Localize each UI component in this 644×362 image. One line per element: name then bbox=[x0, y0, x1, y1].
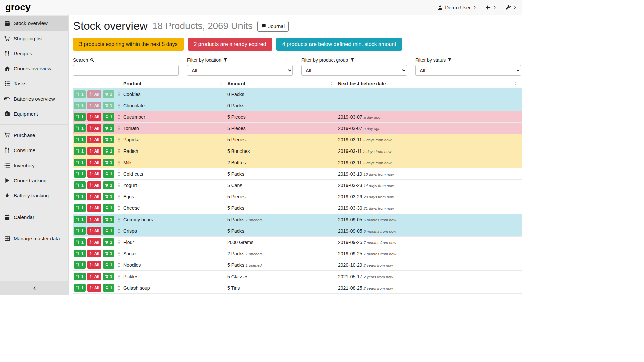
sidebar-item[interactable]: Tasks bbox=[0, 76, 68, 91]
consume-all-button[interactable]: All bbox=[87, 250, 101, 257]
consume-one-button[interactable]: 1 bbox=[74, 204, 86, 212]
column-header-best-before[interactable]: Next best before date bbox=[338, 79, 522, 88]
consume-one-button[interactable]: 1 bbox=[74, 124, 86, 132]
consume-one-button[interactable]: 1 bbox=[74, 193, 86, 200]
settings-menu[interactable] bbox=[486, 5, 496, 10]
status-banner[interactable]: 3 products expiring within the next 5 da… bbox=[73, 38, 184, 51]
sidebar-item[interactable]: Purchase bbox=[0, 128, 68, 143]
consume-one-button[interactable]: 1 bbox=[74, 238, 86, 246]
row-menu-button[interactable] bbox=[116, 113, 122, 121]
open-one-button[interactable]: 1 bbox=[103, 227, 114, 235]
open-one-button[interactable]: 1 bbox=[103, 261, 114, 269]
sidebar-item[interactable]: Consume bbox=[0, 143, 68, 158]
consume-all-button[interactable]: All bbox=[87, 273, 101, 280]
sidebar-item[interactable]: Recipes bbox=[0, 46, 68, 61]
consume-all-button[interactable]: All bbox=[87, 204, 101, 212]
consume-all-button[interactable]: All bbox=[87, 170, 101, 178]
open-one-button[interactable]: 1 bbox=[103, 193, 114, 200]
row-menu-button[interactable] bbox=[116, 193, 122, 200]
row-menu-button[interactable] bbox=[116, 159, 122, 166]
row-menu-button[interactable] bbox=[116, 227, 122, 235]
consume-all-button[interactable]: All bbox=[87, 136, 101, 143]
sidebar-item[interactable]: Calendar bbox=[0, 209, 68, 225]
consume-one-button[interactable]: 1 bbox=[74, 136, 86, 143]
open-one-button[interactable]: 1 bbox=[103, 159, 114, 166]
sidebar-item[interactable]: Chore tracking bbox=[0, 173, 68, 188]
consume-one-button[interactable]: 1 bbox=[74, 216, 86, 223]
open-one-button[interactable]: 1 bbox=[103, 204, 114, 212]
open-one-button[interactable]: 1 bbox=[103, 90, 114, 98]
consume-one-button[interactable]: 1 bbox=[74, 102, 86, 109]
open-one-button[interactable]: 1 bbox=[103, 284, 114, 292]
consume-all-button[interactable]: All bbox=[87, 261, 101, 269]
row-menu-button[interactable] bbox=[116, 102, 122, 109]
location-filter-select[interactable]: All bbox=[187, 65, 293, 76]
open-one-button[interactable]: 1 bbox=[103, 273, 114, 280]
sidebar-item[interactable]: Battery tracking bbox=[0, 188, 68, 203]
open-one-button[interactable]: 1 bbox=[103, 181, 114, 189]
row-menu-button[interactable] bbox=[116, 261, 122, 269]
product-group-filter-select[interactable]: All bbox=[301, 65, 407, 76]
column-header-product[interactable]: Product bbox=[123, 79, 227, 88]
row-menu-button[interactable] bbox=[116, 204, 122, 212]
consume-one-button[interactable]: 1 bbox=[74, 159, 86, 166]
row-menu-button[interactable] bbox=[116, 136, 122, 143]
consume-all-button[interactable]: All bbox=[87, 238, 101, 246]
consume-one-button[interactable]: 1 bbox=[74, 170, 86, 178]
open-one-button[interactable]: 1 bbox=[103, 250, 114, 257]
row-menu-button[interactable] bbox=[116, 216, 122, 223]
consume-all-button[interactable]: All bbox=[87, 113, 101, 121]
open-one-button[interactable]: 1 bbox=[103, 124, 114, 132]
admin-menu[interactable] bbox=[506, 5, 517, 10]
consume-one-button[interactable]: 1 bbox=[74, 250, 86, 257]
consume-all-button[interactable]: All bbox=[87, 216, 101, 223]
consume-all-button[interactable]: All bbox=[87, 147, 101, 155]
open-one-button[interactable]: 1 bbox=[103, 238, 114, 246]
open-one-button[interactable]: 1 bbox=[103, 113, 114, 121]
row-menu-button[interactable] bbox=[116, 147, 122, 155]
consume-all-button[interactable]: All bbox=[87, 124, 101, 132]
sidebar-item[interactable]: Chores overview bbox=[0, 61, 68, 76]
consume-all-button[interactable]: All bbox=[87, 90, 101, 98]
row-menu-button[interactable] bbox=[116, 273, 122, 280]
consume-one-button[interactable]: 1 bbox=[74, 273, 86, 280]
consume-all-button[interactable]: All bbox=[87, 102, 101, 109]
row-menu-button[interactable] bbox=[116, 238, 122, 246]
row-menu-button[interactable] bbox=[116, 170, 122, 178]
consume-one-button[interactable]: 1 bbox=[74, 147, 86, 155]
app-logo[interactable]: grocy bbox=[5, 2, 31, 13]
consume-one-button[interactable]: 1 bbox=[74, 261, 86, 269]
open-one-button[interactable]: 1 bbox=[103, 147, 114, 155]
open-one-button[interactable]: 1 bbox=[103, 136, 114, 143]
row-menu-button[interactable] bbox=[116, 284, 122, 292]
sidebar-item[interactable]: Inventory bbox=[0, 158, 68, 173]
consume-one-button[interactable]: 1 bbox=[74, 284, 86, 292]
sidebar-collapse-button[interactable] bbox=[0, 281, 68, 295]
open-one-button[interactable]: 1 bbox=[103, 102, 114, 109]
search-input[interactable] bbox=[73, 65, 179, 76]
row-menu-button[interactable] bbox=[116, 181, 122, 189]
consume-one-button[interactable]: 1 bbox=[74, 113, 86, 121]
status-filter-select[interactable]: All bbox=[415, 65, 521, 76]
consume-all-button[interactable]: All bbox=[87, 181, 101, 189]
sidebar-item[interactable]: Manage master data bbox=[0, 231, 68, 246]
sidebar-item[interactable]: Equipment bbox=[0, 106, 68, 121]
open-one-button[interactable]: 1 bbox=[103, 216, 114, 223]
journal-button[interactable]: Journal bbox=[257, 21, 289, 32]
consume-one-button[interactable]: 1 bbox=[74, 90, 86, 98]
consume-all-button[interactable]: All bbox=[87, 227, 101, 235]
status-banner[interactable]: 2 products are already expired bbox=[188, 38, 272, 51]
row-menu-button[interactable] bbox=[116, 250, 122, 257]
consume-all-button[interactable]: All bbox=[87, 159, 101, 166]
sidebar-item[interactable]: Batteries overview bbox=[0, 91, 68, 106]
consume-one-button[interactable]: 1 bbox=[74, 181, 86, 189]
status-banner[interactable]: 4 products are below defined min. stock … bbox=[276, 38, 402, 51]
consume-one-button[interactable]: 1 bbox=[74, 227, 86, 235]
user-menu[interactable]: Demo User bbox=[438, 5, 476, 10]
sort-icon[interactable] bbox=[330, 81, 333, 86]
sort-icon[interactable] bbox=[219, 81, 223, 86]
sidebar-item[interactable]: Shopping list bbox=[0, 31, 68, 46]
consume-all-button[interactable]: All bbox=[87, 193, 101, 200]
row-menu-button[interactable] bbox=[116, 90, 122, 98]
sort-icon[interactable] bbox=[514, 81, 517, 86]
